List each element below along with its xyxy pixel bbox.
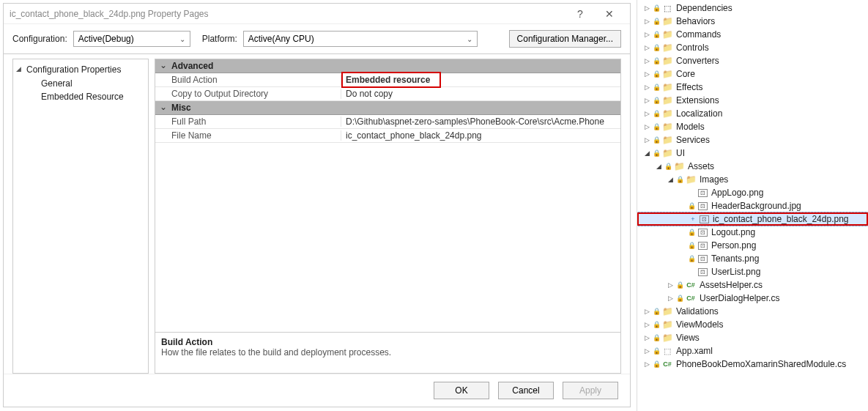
tree-item-general[interactable]: General [13,77,148,90]
expand-icon[interactable] [643,321,651,328]
tree-node[interactable]: 🔒Logout.png [637,226,868,239]
expand-icon[interactable] [643,44,651,51]
tree-node[interactable]: 🔒Effects [637,81,868,94]
grid-section[interactable]: Misc [155,101,620,115]
configuration-dropdown[interactable]: Active(Debug) ⌄ [73,31,190,47]
tree-node[interactable]: 🔒Views [637,331,868,344]
chevron-down-icon: ⌄ [179,35,185,43]
grid-row-name: Full Path [155,116,341,127]
folder-icon [661,306,673,316]
grid-row[interactable]: Full PathD:\Github\aspnet-zero-samples\P… [155,115,620,129]
grid-row-value[interactable]: Do not copy [341,89,620,99]
expand-icon[interactable] [643,360,651,368]
tree-node[interactable]: 🔒Validations [637,305,868,318]
tree-node-label: Localization [676,108,722,119]
tree-node-label: Logout.png [711,227,755,237]
tree-node[interactable]: 🔒Services [637,133,868,147]
tree-node[interactable]: 🔒UI [637,147,868,160]
tree-node[interactable]: 🔒Converters [637,54,868,67]
folder-icon [661,56,673,66]
expand-icon[interactable] [643,57,651,64]
tree-node[interactable]: 🔒App.xaml [637,344,868,358]
grid-row-value[interactable]: D:\Github\aspnet-zero-samples\PhoneBook-… [341,116,620,127]
collapse-icon[interactable] [655,163,663,170]
expand-icon[interactable] [643,123,651,130]
lock-icon: 🔒 [652,57,661,64]
expand-icon[interactable] [643,334,651,341]
tree-node-label: Behaviors [676,16,715,26]
expand-icon[interactable] [643,18,651,25]
lock-icon: 🔒 [652,149,661,157]
tree-node[interactable]: 🔒ViewModels [637,318,868,331]
tree-node[interactable]: 🔒Commands [637,28,868,41]
lock-icon: 🔒 [652,321,661,328]
category-tree[interactable]: Configuration Properties General Embedde… [12,59,149,374]
tree-node[interactable]: UserList.png [637,265,868,278]
folder-icon [661,122,673,132]
collapse-icon[interactable] [643,149,651,157]
img-icon [697,201,708,211]
tree-node[interactable]: 🔒Assets [637,160,868,173]
configuration-manager-button[interactable]: Configuration Manager... [509,30,621,48]
expand-icon[interactable] [643,70,651,78]
grid-row-value[interactable]: ic_contact_phone_black_24dp.png [341,130,620,141]
solution-explorer[interactable]: 🔒Dependencies🔒Behaviors🔒Commands🔒Control… [637,0,868,411]
grid-row[interactable]: Copy to Output DirectoryDo not copy [155,87,620,101]
tree-node-label: Tenants.png [711,253,759,264]
lock-icon: 🔒 [687,255,696,262]
folder-icon [661,148,673,158]
folder-icon [661,95,673,105]
configuration-label: Configuration: [12,34,67,44]
lock-icon: 🔒 [652,308,661,315]
tree-node[interactable]: 🔒UserDialogHelper.cs [637,292,868,305]
tree-node-label: Dependencies [676,3,732,13]
img-icon [697,240,708,251]
cancel-button[interactable]: Cancel [498,382,554,399]
expand-icon[interactable] [643,31,651,38]
lock-icon: 🔒 [652,347,661,355]
expand-icon[interactable] [667,295,675,302]
lock-icon: 🔒 [675,176,684,183]
dialog-title: ic_contact_phone_black_24dp.png Property… [10,9,565,19]
lock-icon: 🔒 [687,242,696,249]
expand-icon[interactable] [643,136,651,144]
ok-button[interactable]: OK [434,382,489,399]
expand-icon[interactable] [643,347,651,355]
tree-node[interactable]: 🔒Extensions [637,94,868,107]
platform-value: Active(Any CPU) [248,34,314,44]
lock-icon: 🔒 [664,163,672,170]
lock-icon: 🔒 [652,31,661,38]
tree-node[interactable]: 🔒Dependencies [637,1,868,15]
expand-icon[interactable] [643,308,651,315]
tree-node[interactable]: 🔒Tenants.png [637,252,868,265]
expand-icon[interactable] [643,4,651,12]
collapse-icon[interactable] [667,176,675,183]
expand-icon[interactable] [667,281,675,289]
tree-node[interactable]: 🔒Core [637,67,868,81]
expand-icon[interactable] [643,97,651,104]
platform-dropdown[interactable]: Active(Any CPU) ⌄ [243,31,478,47]
tree-node[interactable]: AppLogo.png [637,186,868,199]
help-button[interactable]: ? [565,8,595,20]
tree-node[interactable]: 🔒HeaderBackground.jpg [637,199,868,212]
grid-row[interactable]: File Nameic_contact_phone_black_24dp.png [155,129,620,143]
tree-node[interactable]: +ic_contact_phone_black_24dp.png [637,212,868,226]
tree-root[interactable]: Configuration Properties [13,62,148,77]
close-button[interactable]: ✕ [595,8,624,20]
tree-item-embedded-resource[interactable]: Embedded Resource [13,90,148,103]
tree-node[interactable]: 🔒Controls [637,41,868,54]
tree-node[interactable]: 🔒Images [637,173,868,186]
tree-node[interactable]: 🔒Localization [637,107,868,120]
tree-node[interactable]: 🔒Person.png [637,239,868,252]
tree-node[interactable]: 🔒AssetsHelper.cs [637,278,868,292]
expand-icon[interactable] [643,110,651,117]
dep-icon [661,3,673,13]
dialog-buttons: OK Cancel Apply [4,374,630,407]
tree-node[interactable]: 🔒Models [637,120,868,133]
lock-icon: 🔒 [652,18,661,25]
tree-node[interactable]: 🔒PhoneBookDemoXamarinSharedModule.cs [637,358,868,371]
expand-icon[interactable] [643,84,651,91]
tree-node-label: Assets [688,161,714,171]
tree-node[interactable]: 🔒Behaviors [637,15,868,28]
tree-node-label: Services [676,135,710,145]
